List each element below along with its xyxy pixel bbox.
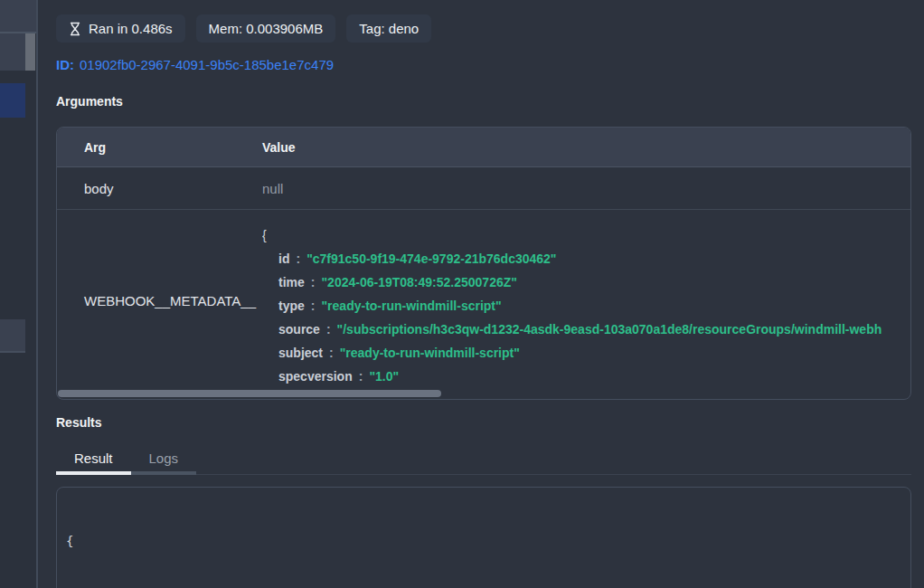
column-header-arg: Arg	[57, 140, 262, 155]
runtime-badge-label: Ran in 0.486s	[89, 21, 173, 36]
results-heading: Results	[56, 415, 102, 430]
tab-logs[interactable]: Logs	[131, 448, 197, 475]
json-colon: :	[311, 299, 316, 313]
json-entry: id:"c7f91c50-9f19-474e-9792-21b76dc30462…	[278, 247, 910, 270]
tag-badge-label: Tag: deno	[359, 21, 419, 36]
json-entry: time:"2024-06-19T08:49:52.2500726Z"	[278, 270, 910, 294]
runtime-badge: Ran in 0.486s	[56, 14, 185, 43]
table-row-body: body null	[57, 167, 910, 210]
json-key: id	[278, 251, 289, 266]
horizontal-scrollbar-thumb[interactable]	[58, 390, 441, 397]
arguments-heading: Arguments	[56, 94, 123, 109]
arguments-table-header: Arg Value	[57, 128, 910, 167]
json-key: source	[278, 322, 320, 337]
graph-node-scrollbar[interactable]	[25, 33, 35, 71]
json-key: subject	[278, 346, 323, 360]
json-colon: :	[359, 369, 363, 384]
json-entry: source:"/subscriptions/h3c3qw-d1232-4asd…	[278, 318, 910, 341]
json-colon: :	[329, 346, 334, 360]
job-run-detail-page: Ran in 0.486s Mem: 0.003906MB Tag: deno …	[0, 0, 924, 588]
graph-node-selected[interactable]	[0, 83, 25, 118]
json-open-brace: {	[262, 223, 910, 247]
arguments-table: Arg Value body null WEBHOOK__METADATA__ …	[56, 127, 911, 400]
json-string-value: "ready-to-run-windmill-script"	[321, 299, 501, 313]
graph-node-fragment[interactable]	[0, 319, 25, 353]
tag-badge: Tag: deno	[346, 14, 431, 43]
json-key: time	[278, 275, 305, 289]
run-stats-row: Ran in 0.486s Mem: 0.003906MB Tag: deno	[56, 14, 431, 43]
memory-badge-label: Mem: 0.003906MB	[209, 21, 324, 36]
column-header-value: Value	[262, 140, 910, 155]
hourglass-icon	[69, 22, 81, 36]
arg-value-null: null	[262, 181, 910, 196]
json-colon: :	[311, 275, 316, 289]
graph-node-fragment[interactable]	[0, 0, 36, 32]
job-id-value[interactable]: 01902fb0-2967-4091-9b5c-185be1e7c479	[80, 57, 334, 72]
flow-graph-strip	[0, 0, 38, 588]
tab-result[interactable]: Result	[56, 448, 131, 475]
json-entry: specversion:"1.0"	[278, 365, 910, 388]
json-string-value: "ready-to-run-windmill-script"	[340, 346, 520, 360]
result-output-panel: { "str": "default arg", "union": "Hello …	[56, 487, 911, 588]
job-id-line: ID:01902fb0-2967-4091-9b5c-185be1e7c479	[56, 57, 334, 72]
json-colon: :	[296, 251, 300, 266]
metadata-json-viewer: { id:"c7f91c50-9f19-474e-9792-21b76dc304…	[262, 210, 910, 391]
results-tabbar: Result Logs	[56, 448, 911, 475]
json-string-value: "/subscriptions/h3c3qw-d1232-4asdk-9easd…	[337, 322, 882, 337]
json-entry: subject:"ready-to-run-windmill-script"	[278, 341, 910, 365]
panel-divider	[36, 0, 38, 588]
json-string-value: "1.0"	[369, 369, 399, 384]
arg-name: WEBHOOK__METADATA__	[57, 210, 262, 391]
job-id-label: ID:	[56, 57, 74, 72]
arg-name: body	[57, 181, 262, 196]
json-key: specversion	[278, 369, 353, 384]
json-key: type	[278, 299, 305, 313]
result-json-code: { "str": "default arg", "union": "Hello …	[66, 496, 901, 588]
graph-node-fragment[interactable]	[0, 33, 25, 71]
table-row-webhook-metadata: WEBHOOK__METADATA__ { id:"c7f91c50-9f19-…	[57, 210, 910, 391]
json-string-value: "2024-06-19T08:49:52.2500726Z"	[321, 275, 516, 289]
json-string-value: "c7f91c50-9f19-474e-9792-21b76dc30462"	[306, 251, 556, 266]
json-entry: type:"ready-to-run-windmill-script"	[278, 294, 910, 318]
code-line: {	[66, 532, 901, 550]
json-colon: :	[326, 322, 331, 337]
memory-badge: Mem: 0.003906MB	[196, 14, 336, 43]
